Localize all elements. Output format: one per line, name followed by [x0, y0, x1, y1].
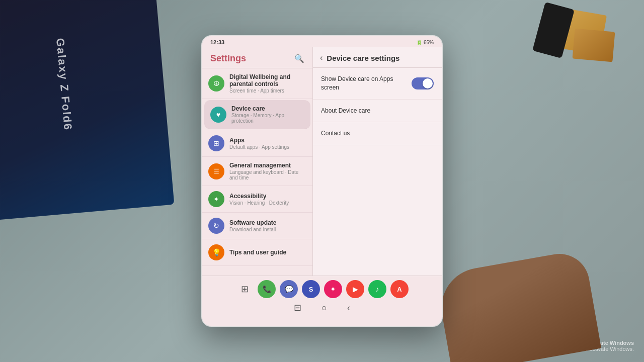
sidebar-item-accessibility[interactable]: ✦ Accessibility Vision · Hearing · Dexte…	[202, 186, 312, 213]
dock: ⊞ 📞 💬 S ✦ ▶ ♪ A	[202, 276, 442, 300]
contact-us-label: Contact us	[321, 129, 350, 138]
apps-text: Apps Default apps · App settings	[229, 137, 306, 150]
sidebar-item-tips[interactable]: 💡 Tips and user guide	[202, 239, 312, 266]
toggle-thumb	[423, 78, 433, 88]
settings-header: Settings 🔍	[202, 47, 312, 68]
show-device-care-item: Show Device care on Apps screen	[313, 68, 442, 100]
settings-list: ☮ Digital Wellbeing and parental control…	[202, 68, 312, 266]
dock-spotify-icon[interactable]: ♪	[368, 280, 386, 298]
about-device-care-item[interactable]: About Device care	[313, 100, 442, 123]
sidebar-item-device-care[interactable]: ♥ Device care Storage · Memory · App pro…	[204, 100, 310, 129]
software-update-name: Software update	[229, 219, 306, 226]
apps-icon: ⊞	[208, 135, 224, 151]
content-area: Settings 🔍 ☮ Digital Wellbeing and paren…	[202, 47, 442, 287]
dock-galaxy-store-icon[interactable]: S	[302, 280, 320, 298]
general-management-sub: Language and keyboard · Date and time	[229, 169, 306, 180]
tips-text: Tips and user guide	[229, 249, 306, 256]
galaxy-fold-box: Galaxy Z Fold6	[0, 0, 174, 221]
dock-phone-icon[interactable]: 📞	[258, 280, 276, 298]
dock-messages-icon[interactable]: 💬	[280, 280, 298, 298]
sidebar-item-digital-wellbeing[interactable]: ☮ Digital Wellbeing and parental control…	[202, 68, 312, 99]
digital-wellbeing-name: Digital Wellbeing and parental controls	[229, 73, 306, 87]
digital-wellbeing-icon: ☮	[208, 75, 224, 92]
apps-sub: Default apps · App settings	[229, 144, 306, 150]
right-panel: ‹ Device care settings Show Device care …	[313, 47, 442, 287]
left-panel: Settings 🔍 ☮ Digital Wellbeing and paren…	[202, 47, 313, 287]
contact-us-item[interactable]: Contact us	[313, 122, 442, 145]
back-nav-button[interactable]: ‹	[347, 303, 350, 313]
device-care-name: Device care	[231, 105, 304, 112]
search-icon[interactable]: 🔍	[294, 54, 304, 63]
wood-block-2	[573, 29, 615, 62]
accessibility-name: Accessibility	[229, 193, 306, 200]
device-care-icon: ♥	[210, 107, 226, 123]
status-time: 12:33	[210, 39, 224, 45]
tips-icon: 💡	[208, 244, 224, 260]
right-panel-content: Show Device care on Apps screen About De…	[313, 68, 442, 145]
software-update-icon: ↻	[208, 218, 224, 234]
sidebar-item-apps[interactable]: ⊞ Apps Default apps · App settings	[202, 130, 312, 157]
accessibility-sub: Vision · Hearing · Dexterity	[229, 200, 306, 206]
dock-acrobat-icon[interactable]: A	[390, 280, 409, 298]
box-label: Galaxy Z Fold6	[53, 38, 74, 131]
show-device-care-label: Show Device care on Apps screen	[321, 75, 401, 92]
battery-icon: 🔋	[416, 40, 422, 45]
sidebar-item-software-update[interactable]: ↻ Software update Download and install	[202, 213, 312, 239]
about-device-care-label: About Device care	[321, 107, 370, 115]
general-management-text: General management Language and keyboard…	[229, 162, 306, 180]
software-update-sub: Download and install	[229, 227, 306, 232]
nav-buttons: ⊟ ○ ‹	[202, 300, 442, 317]
device-care-sub: Storage · Memory · App protection	[231, 113, 304, 124]
general-management-name: General management	[229, 162, 306, 169]
recents-button[interactable]: ⊟	[294, 302, 301, 313]
accessibility-text: Accessibility Vision · Hearing · Dexteri…	[229, 193, 306, 206]
right-panel-header: ‹ Device care settings	[313, 47, 442, 68]
phone-device: 12:33 🔋 66% Settings 🔍 ☮	[201, 35, 443, 327]
settings-title: Settings	[210, 53, 246, 64]
battery-percent: 66%	[424, 40, 434, 45]
show-device-care-toggle[interactable]	[412, 77, 434, 89]
status-bar: 12:33 🔋 66%	[202, 36, 442, 47]
general-management-icon: ☰	[208, 163, 224, 179]
dock-youtube-icon[interactable]: ▶	[346, 280, 364, 298]
software-update-text: Software update Download and install	[229, 219, 306, 232]
tips-name: Tips and user guide	[229, 249, 306, 256]
status-right: 🔋 66%	[416, 40, 434, 45]
device-care-text: Device care Storage · Memory · App prote…	[231, 105, 304, 124]
app-grid-button[interactable]: ⊞	[235, 280, 254, 298]
sidebar-item-general-management[interactable]: ☰ General management Language and keyboa…	[202, 157, 312, 186]
digital-wellbeing-sub: Screen time · App timers	[229, 88, 306, 94]
right-panel-title: Device care settings	[327, 54, 399, 62]
apps-name: Apps	[229, 137, 306, 144]
back-button[interactable]: ‹	[320, 53, 323, 62]
dock-bixby-icon[interactable]: ✦	[324, 280, 342, 298]
home-button[interactable]: ○	[321, 303, 327, 313]
accessibility-icon: ✦	[208, 191, 224, 207]
digital-wellbeing-text: Digital Wellbeing and parental controls …	[229, 73, 306, 94]
nav-bar: ⊞ 📞 💬 S ✦ ▶ ♪ A ⊟ ○	[202, 276, 442, 326]
